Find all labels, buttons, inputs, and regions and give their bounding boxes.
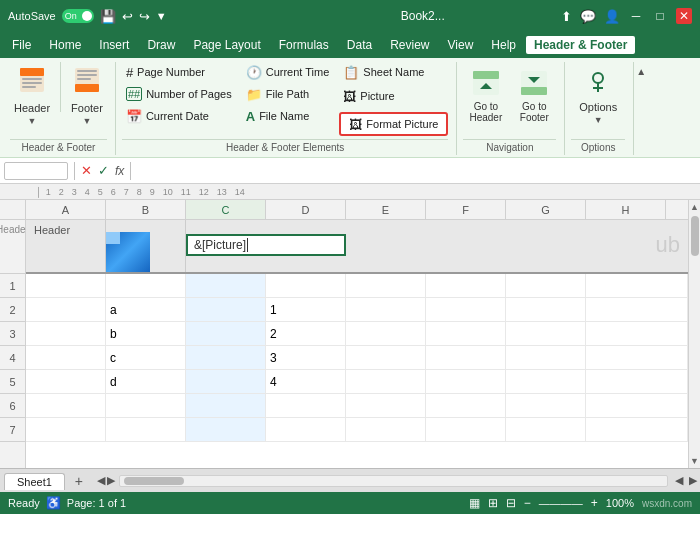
col-header-c[interactable]: C <box>186 200 266 219</box>
ribbon-collapse-arrow[interactable]: ▲ <box>636 66 648 77</box>
menu-view[interactable]: View <box>440 36 482 54</box>
minimize-btn[interactable]: ─ <box>628 8 644 24</box>
hscroll-right-btn[interactable]: ▶ <box>686 474 700 487</box>
add-sheet-btn[interactable]: + <box>69 472 89 490</box>
cell-d5[interactable]: 4 <box>266 370 346 393</box>
cell-b4[interactable]: c <box>106 346 186 369</box>
cell-a2[interactable] <box>26 298 106 321</box>
cell-c1[interactable] <box>186 274 266 297</box>
cell-c4[interactable] <box>186 346 266 369</box>
zoom-out-btn[interactable]: − <box>524 496 531 510</box>
cell-g2[interactable] <box>506 298 586 321</box>
cell-d3[interactable]: 2 <box>266 322 346 345</box>
cell-a7[interactable] <box>26 418 106 441</box>
menu-home[interactable]: Home <box>41 36 89 54</box>
menu-header-footer[interactable]: Header & Footer <box>526 36 635 54</box>
cell-f2[interactable] <box>426 298 506 321</box>
ribbon-collapse-icon[interactable]: ⬆ <box>561 9 572 24</box>
number-of-pages-btn[interactable]: ## Number of Pages <box>122 84 236 104</box>
save-icon[interactable]: 💾 <box>100 9 116 24</box>
maximize-btn[interactable]: □ <box>652 8 668 24</box>
confirm-formula-icon[interactable]: ✓ <box>98 163 109 178</box>
zoom-in-btn[interactable]: + <box>591 496 598 510</box>
goto-header-btn[interactable]: Go toHeader <box>463 62 508 130</box>
more-icon[interactable]: ▼ <box>156 10 167 22</box>
menu-page-layout[interactable]: Page Layout <box>185 36 268 54</box>
menu-insert[interactable]: Insert <box>91 36 137 54</box>
cell-a4[interactable] <box>26 346 106 369</box>
cell-b2[interactable]: a <box>106 298 186 321</box>
cell-b7[interactable] <box>106 418 186 441</box>
cell-h7[interactable] <box>586 418 688 441</box>
vertical-scrollbar[interactable]: ▲ ▼ <box>688 200 700 468</box>
insert-function-icon[interactable]: fx <box>115 164 124 178</box>
sheet-name-btn[interactable]: 📋 Sheet Name <box>339 62 448 82</box>
cell-e3[interactable] <box>346 322 426 345</box>
cell-c2[interactable] <box>186 298 266 321</box>
cell-b6[interactable] <box>106 394 186 417</box>
header-center-cell[interactable] <box>106 220 186 272</box>
col-header-d[interactable]: D <box>266 200 346 219</box>
scroll-down-btn[interactable]: ▼ <box>689 454 700 468</box>
cell-g7[interactable] <box>506 418 586 441</box>
options-btn[interactable]: Options ▼ <box>571 62 625 130</box>
cell-b5[interactable]: d <box>106 370 186 393</box>
comments-icon[interactable]: 💬 <box>580 9 596 24</box>
page-layout-view-icon[interactable]: ⊞ <box>488 496 498 510</box>
cell-c6[interactable] <box>186 394 266 417</box>
header-button[interactable]: Header ▼ <box>10 62 54 130</box>
autosave-toggle[interactable]: On <box>62 9 94 23</box>
col-header-f[interactable]: F <box>426 200 506 219</box>
cell-a6[interactable] <box>26 394 106 417</box>
share-icon[interactable]: 👤 <box>604 9 620 24</box>
file-name-btn[interactable]: A File Name <box>242 106 334 126</box>
scroll-thumb-v[interactable] <box>691 216 699 256</box>
cell-f6[interactable] <box>426 394 506 417</box>
cell-g5[interactable] <box>506 370 586 393</box>
zoom-slider[interactable]: ———— <box>539 497 583 509</box>
col-header-g[interactable]: G <box>506 200 586 219</box>
cell-f1[interactable] <box>426 274 506 297</box>
redo-icon[interactable]: ↪ <box>139 9 150 24</box>
cell-h3[interactable] <box>586 322 688 345</box>
page-number-btn[interactable]: # Page Number <box>122 62 236 82</box>
col-header-h[interactable]: H <box>586 200 666 219</box>
cell-g1[interactable] <box>506 274 586 297</box>
cell-h4[interactable] <box>586 346 688 369</box>
cell-e5[interactable] <box>346 370 426 393</box>
header-picture-input[interactable]: &[Picture] <box>186 234 346 256</box>
cell-e7[interactable] <box>346 418 426 441</box>
file-path-btn[interactable]: 📁 File Path <box>242 84 334 104</box>
cell-f3[interactable] <box>426 322 506 345</box>
cell-d7[interactable] <box>266 418 346 441</box>
menu-help[interactable]: Help <box>483 36 524 54</box>
menu-draw[interactable]: Draw <box>139 36 183 54</box>
cancel-formula-icon[interactable]: ✕ <box>81 163 92 178</box>
sheet-tab-sheet1[interactable]: Sheet1 <box>4 473 65 490</box>
tab-scroll-left-btn[interactable]: ◀ <box>97 474 105 487</box>
cell-g4[interactable] <box>506 346 586 369</box>
col-header-b[interactable]: B <box>106 200 186 219</box>
cell-e6[interactable] <box>346 394 426 417</box>
cell-d2[interactable]: 1 <box>266 298 346 321</box>
cell-h5[interactable] <box>586 370 688 393</box>
cell-d4[interactable]: 3 <box>266 346 346 369</box>
format-picture-btn[interactable]: 🖼 Format Picture <box>339 112 448 136</box>
goto-footer-btn[interactable]: Go toFooter <box>512 62 556 130</box>
status-icon-accessibility[interactable]: ♿ <box>46 496 61 510</box>
cell-h1[interactable] <box>586 274 688 297</box>
cell-reference-input[interactable]: C11 <box>4 162 68 180</box>
scroll-up-btn[interactable]: ▲ <box>689 200 700 214</box>
cell-b3[interactable]: b <box>106 322 186 345</box>
cell-e4[interactable] <box>346 346 426 369</box>
cell-e2[interactable] <box>346 298 426 321</box>
cell-e1[interactable] <box>346 274 426 297</box>
cell-f4[interactable] <box>426 346 506 369</box>
undo-icon[interactable]: ↩ <box>122 9 133 24</box>
menu-formulas[interactable]: Formulas <box>271 36 337 54</box>
close-btn[interactable]: ✕ <box>676 8 692 24</box>
current-time-btn[interactable]: 🕐 Current Time <box>242 62 334 82</box>
cell-a3[interactable] <box>26 322 106 345</box>
menu-file[interactable]: File <box>4 36 39 54</box>
normal-view-icon[interactable]: ▦ <box>469 496 480 510</box>
